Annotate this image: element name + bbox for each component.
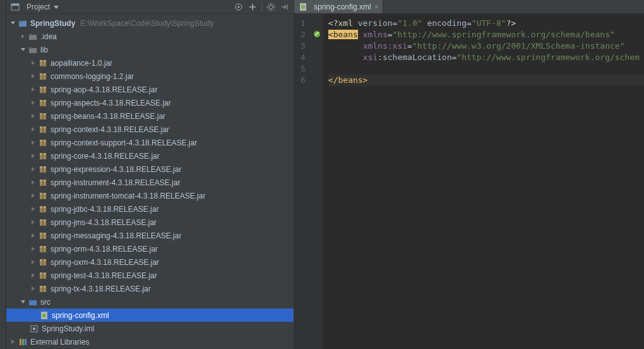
gear-icon[interactable] [266, 2, 276, 12]
jar-archive-icon [38, 204, 48, 214]
tree-node-jar[interactable]: spring-jdbc-4.3.18.RELEASE.jar [6, 202, 294, 216]
jar-archive-icon [38, 164, 48, 174]
external-libraries-icon [18, 337, 28, 347]
tree-node-spring-config[interactable]: spring-config.xml [6, 309, 294, 322]
tree-node-jar[interactable]: spring-tx-4.3.18.RELEASE.jar [6, 282, 294, 295]
spring-gutter-icon[interactable] [313, 30, 321, 40]
tree-node-iml[interactable]: SpringStudy.iml [6, 322, 294, 335]
tree-node-jar[interactable]: spring-messaging-4.3.18.RELEASE.jar [6, 229, 294, 242]
chevron-right-icon[interactable] [9, 338, 16, 346]
hide-icon[interactable] [280, 2, 290, 12]
jar-archive-icon [38, 151, 48, 161]
chevron-right-icon[interactable] [29, 192, 37, 200]
tree-node-jar[interactable]: spring-expression-4.3.18.RELEASE.jar [6, 162, 294, 176]
chevron-right-icon[interactable] [19, 33, 27, 40]
svg-rect-79 [33, 328, 35, 330]
xml-spring-file-icon [298, 2, 308, 12]
tree-label: spring-expression-4.3.18.RELEASE.jar [51, 165, 181, 174]
divider [261, 3, 262, 11]
svg-rect-52 [42, 193, 44, 199]
svg-rect-73 [42, 286, 44, 292]
jar-archive-icon [38, 244, 48, 254]
tree-node-lib[interactable]: lib [6, 43, 294, 56]
svg-rect-82 [25, 339, 27, 345]
tree-node-jar[interactable]: spring-beans-4.3.18.RELEASE.jar [6, 109, 294, 123]
tree-node-jar[interactable]: spring-aop-4.3.18.RELEASE.jar [6, 83, 294, 96]
chevron-right-icon[interactable] [29, 59, 37, 67]
svg-rect-67 [42, 259, 44, 266]
tree-node-jar[interactable]: spring-aspects-4.3.18.RELEASE.jar [6, 96, 294, 109]
chevron-down-icon[interactable] [19, 298, 27, 306]
tree-node-jar[interactable]: spring-orm-4.3.18.RELEASE.jar [6, 242, 294, 255]
chevron-down-icon[interactable] [19, 46, 27, 54]
chevron-right-icon[interactable] [29, 152, 37, 160]
tree-node-project-root[interactable]: SpringStudy E:\WorkSpace\Code\Study\Spri… [6, 16, 294, 30]
svg-rect-28 [42, 87, 44, 93]
module-file-icon [29, 324, 39, 334]
locate-icon[interactable] [234, 2, 244, 12]
jar-archive-icon [38, 138, 48, 148]
tree-node-jar[interactable]: spring-instrument-4.3.18.RELEASE.jar [6, 176, 294, 189]
chevron-right-icon[interactable] [29, 139, 37, 147]
project-view-dropdown[interactable] [54, 3, 59, 11]
chevron-right-icon[interactable] [29, 219, 37, 226]
jar-archive-icon [38, 178, 48, 188]
chevron-right-icon[interactable] [29, 166, 37, 173]
tree-node-idea[interactable]: .idea [6, 30, 294, 43]
tree-label: spring-jdbc-4.3.18.RELEASE.jar [51, 205, 158, 214]
tree-node-jar[interactable]: spring-test-4.3.18.RELEASE.jar [6, 269, 294, 282]
svg-rect-18 [29, 48, 37, 53]
svg-point-3 [238, 6, 240, 8]
tree-label: External Libraries [30, 338, 89, 346]
chevron-right-icon[interactable] [29, 99, 37, 107]
svg-line-10 [273, 9, 274, 10]
tree-node-jar[interactable]: spring-core-4.3.18.RELEASE.jar [6, 149, 294, 162]
expand-all-icon[interactable] [247, 2, 258, 12]
chevron-right-icon[interactable] [29, 86, 37, 94]
jar-archive-icon [38, 271, 48, 281]
editor-body[interactable]: 123 456 <?xml version="1.0" encoding="UT… [294, 14, 644, 349]
chevron-right-icon[interactable] [29, 245, 37, 253]
tree-node-jar[interactable]: spring-oxm-4.3.18.RELEASE.jar [6, 255, 294, 269]
tree-node-src[interactable]: src [6, 295, 294, 309]
chevron-down-icon[interactable] [9, 20, 16, 27]
tree-node-jar[interactable]: spring-jms-4.3.18.RELEASE.jar [6, 216, 294, 229]
chevron-right-icon[interactable] [29, 272, 37, 279]
svg-rect-16 [29, 35, 37, 40]
jar-archive-icon [38, 125, 48, 135]
tree-node-jar[interactable]: aopalliance-1.0.jar [6, 56, 294, 70]
chevron-right-icon[interactable] [29, 285, 37, 293]
svg-point-4 [269, 5, 273, 9]
code-text[interactable]: <?xml version="1.0" encoding="UTF-8"?> <… [323, 14, 644, 349]
close-icon[interactable]: × [374, 3, 379, 11]
chevron-right-icon[interactable] [29, 205, 37, 213]
svg-rect-75 [29, 300, 33, 301]
svg-rect-74 [29, 300, 37, 305]
chevron-right-icon[interactable] [29, 179, 37, 187]
chevron-right-icon[interactable] [29, 232, 37, 240]
tree-label: spring-test-4.3.18.RELEASE.jar [51, 271, 157, 280]
project-root-icon [18, 18, 28, 28]
tree-label: spring-jms-4.3.18.RELEASE.jar [51, 218, 157, 227]
tab-label: spring-config.xml [314, 3, 371, 11]
chevron-right-icon[interactable] [29, 113, 37, 120]
tree-node-jar[interactable]: commons-logging-1.2.jar [6, 70, 294, 83]
project-tree[interactable]: SpringStudy E:\WorkSpace\Code\Study\Spri… [6, 14, 294, 349]
tree-node-jar[interactable]: spring-instrument-tomcat-4.3.18.RELEASE.… [6, 189, 294, 202]
chevron-right-icon[interactable] [29, 259, 37, 266]
tree-label: spring-beans-4.3.18.RELEASE.jar [51, 112, 165, 121]
chevron-right-icon[interactable] [29, 126, 37, 133]
project-panel-title[interactable]: Project [27, 3, 50, 11]
tab-spring-config[interactable]: spring-config.xml × [294, 0, 383, 13]
tree-node-jar[interactable]: spring-context-4.3.18.RELEASE.jar [6, 123, 294, 136]
folder-icon [28, 32, 38, 42]
tree-node-jar[interactable]: spring-context-support-4.3.18.RELEASE.ja… [6, 136, 294, 149]
svg-line-11 [268, 9, 269, 10]
tree-node-external-libraries[interactable]: External Libraries [6, 335, 294, 348]
svg-point-84 [301, 5, 305, 9]
svg-line-12 [273, 4, 274, 5]
tree-label: spring-config.xml [52, 311, 109, 320]
chevron-right-icon[interactable] [29, 73, 37, 80]
svg-rect-43 [42, 153, 44, 159]
svg-line-9 [268, 4, 269, 5]
